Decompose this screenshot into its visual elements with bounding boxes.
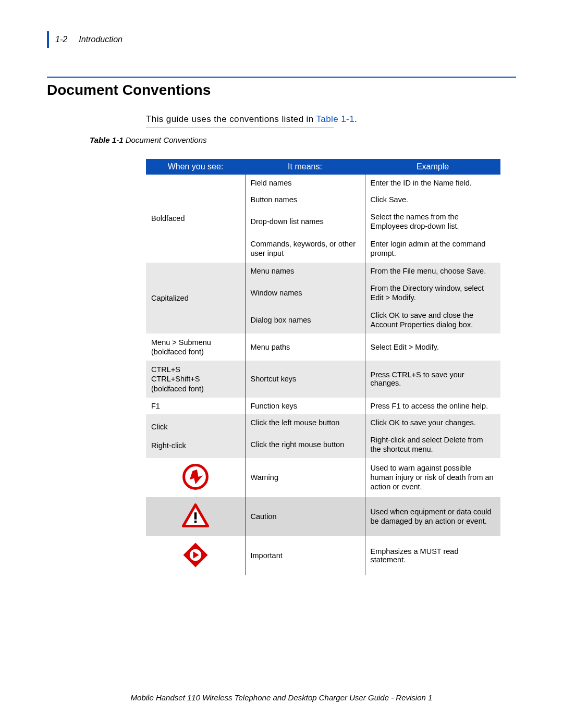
table-row: Important Emphasizes a MUST read stateme… xyxy=(146,536,500,575)
svg-rect-3 xyxy=(194,521,197,523)
page-number: 1-2 xyxy=(55,35,67,44)
running-header: 1-2 Introduction xyxy=(47,31,516,48)
chapter-name: Introduction xyxy=(79,35,123,44)
table-row: Boldfaced Field names Enter the ID in th… xyxy=(146,175,500,191)
important-icon xyxy=(146,536,245,575)
table-row: Capitalized Menu names From the File men… xyxy=(146,263,500,279)
table-row: Warning Used to warn against possible hu… xyxy=(146,458,500,497)
table-row: Caution Used when equipment or data coul… xyxy=(146,497,500,536)
table-row: Menu > Submenu(boldfaced font) Menu path… xyxy=(146,334,500,361)
table-row: CTRL+SCTRL+Shift+S(boldfaced font) Short… xyxy=(146,361,500,397)
table-row: F1 Function keys Press F1 to access the … xyxy=(146,398,500,414)
table-caption: Table 1-1 Document Conventions xyxy=(90,135,516,144)
table-row: Click Right-click Click the left mouse b… xyxy=(146,414,500,431)
col-it-means: It means: xyxy=(245,159,365,175)
page-footer: Mobile Handset 110 Wireless Telephone an… xyxy=(0,693,563,702)
caution-icon xyxy=(146,497,245,536)
table-header-row: When you see: It means: Example xyxy=(146,159,500,175)
section-title: Document Conventions xyxy=(47,82,516,98)
intro-underline xyxy=(146,128,334,128)
table-reference-link[interactable]: Table 1-1 xyxy=(316,114,354,124)
conventions-table: When you see: It means: Example Boldface… xyxy=(146,159,500,575)
warning-icon xyxy=(146,458,245,497)
col-when-you-see: When you see: xyxy=(146,159,245,175)
svg-rect-2 xyxy=(194,512,197,519)
section-rule xyxy=(47,77,516,78)
cell-capitalized: Capitalized xyxy=(146,263,245,334)
intro-text: This guide uses the conventions listed i… xyxy=(146,114,516,125)
col-example: Example xyxy=(365,159,500,175)
cell-boldfaced: Boldfaced xyxy=(146,175,245,263)
